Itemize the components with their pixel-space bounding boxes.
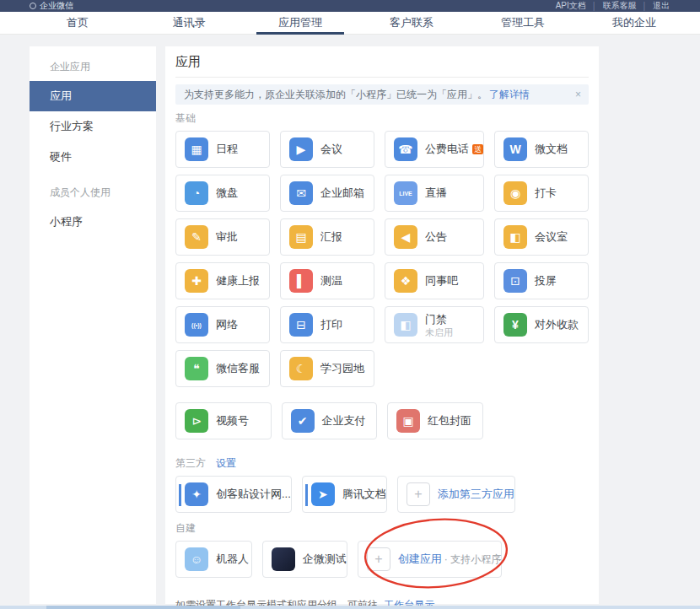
main-content: 应用 为支持更多能力，原企业关联添加的「小程序」已统一为「应用」。 了解详情 ×… [165,46,599,604]
app-tile-approval[interactable]: ✎ 审批 [175,218,270,256]
app-tile-add-third-party[interactable]: + 添加第三方应用 [397,476,515,513]
wecom-logo[interactable]: 企业微信 [30,0,73,12]
app-tile-announcement[interactable]: ◀ 公告 [385,218,484,256]
app-tile-learning[interactable]: ☾ 学习园地 [280,350,374,387]
app-name: 同事吧 [425,273,458,288]
red-packet-icon: ▣ [396,409,420,433]
bottom-scrollbar-track[interactable] [0,606,700,609]
app-name: 微盘 [216,186,238,201]
topbar-link-divider: │ [642,2,647,10]
app-tile-report[interactable]: ▤ 汇报 [280,218,374,256]
bottom-scrollbar-thumb[interactable] [46,606,240,609]
colleagues-icon: ❖ [394,269,417,293]
topbar-links: API文档│联系客服│退出 [556,0,670,12]
app-tile-door-access[interactable]: ◧ 门禁 未启用 [385,306,484,343]
section-header: 自建 [175,521,589,536]
app-tile-temperature[interactable]: ▌ 测温 [280,262,374,299]
channels-video-icon: ⊳ [185,409,208,433]
app-name: 学习园地 [320,361,364,376]
topbar: 企业微信 API文档│联系客服│退出 [0,0,700,12]
nav-item-contacts[interactable]: 通讯录 [133,12,245,34]
app-tile-network[interactable]: ((•)) 网络 [175,306,270,343]
app-name: 企业邮箱 [320,186,364,201]
app-tile-print[interactable]: ⊟ 打印 [280,306,374,343]
wifi-network-icon: ((•)) [185,313,208,337]
app-name: 打印 [320,317,342,332]
app-tile-health-report[interactable]: ✚ 健康上报 [175,262,270,299]
app-section: 第三方设置 ✦ 创客贴设计网... ➤ 腾讯文档 + 添加第三方应用 [175,456,589,513]
app-tile-wechat-service[interactable]: ❝ 微信客服 [175,350,270,387]
app-mark [305,484,308,506]
app-tile-wecom-test[interactable]: 企微测试 [262,541,347,578]
app-tile-collect-payment[interactable]: ¥ 对外收款 [494,306,589,343]
checkin-pin-icon: ◉ [503,181,527,205]
app-name: 审批 [216,229,238,245]
app-name: 红包封面 [428,413,471,428]
robot-icon: ☺ [185,547,208,571]
nav-item-app-management[interactable]: 应用管理 [245,12,356,34]
app-name: 创客贴设计网... [216,487,291,502]
video-meeting-icon: ▶ [289,137,313,161]
app-name: 会议室 [535,229,568,245]
app-name: 腾讯文档 [342,487,386,502]
notice-learn-more-link[interactable]: 了解详情 [489,88,530,102]
page-title: 应用 [175,46,589,78]
app-section: 基础 ▦ 日程 ▶ 会议 ☎ 公费电话 送 W 微文档 ◔ 微盘 ✉ 企业邮箱 … [175,111,589,387]
topbar-link-api-docs[interactable]: API文档 [556,0,586,12]
payment-yuan-icon: ¥ [503,313,527,337]
notice-text: 为支持更多能力，原企业关联添加的「小程序」已统一为「应用」。 [184,88,487,102]
app-name: 视频号 [216,413,249,428]
sidebar-item-hardware[interactable]: 硬件 [30,142,156,172]
app-grid: ▦ 日程 ▶ 会议 ☎ 公费电话 送 W 微文档 ◔ 微盘 ✉ 企业邮箱 LIV… [175,131,589,387]
app-name: 网络 [216,317,238,332]
app-tile-wedoc[interactable]: W 微文档 [494,131,589,168]
app-tile-colleagues-bar[interactable]: ❖ 同事吧 [385,262,484,299]
app-tile-screen-cast[interactable]: ⊡ 投屏 [494,262,589,299]
nav-item-customer-contact[interactable]: 客户联系 [356,12,467,34]
section-header: 基础 [175,111,589,126]
sidebar-item-app[interactable]: 应用 [30,81,156,111]
chat-bubble-icon: ❝ [185,357,208,380]
app-status-label: 未启用 [425,327,453,338]
app-name: 门禁 [425,312,453,327]
wecom-logo-text: 企业微信 [40,0,73,12]
app-name: 创建应用 [398,552,442,567]
app-tile-channels[interactable]: ⊳ 视频号 [175,402,272,439]
sidebar-section-label: 成员个人使用 [30,172,156,207]
app-grid: ⊳ 视频号 ✔ 企业支付 ▣ 红包封面 [175,402,589,439]
app-tile-checkin[interactable]: ◉ 打卡 [494,175,589,212]
app-tile-mail[interactable]: ✉ 企业邮箱 [280,175,374,212]
calendar-icon: ▦ [185,137,208,161]
notice-banner: 为支持更多能力，原企业关联添加的「小程序」已统一为「应用」。 了解详情 × [175,84,589,105]
app-tile-tencent-docs[interactable]: ➤ 腾讯文档 [302,476,387,513]
sidebar-item-miniprogram[interactable]: 小程序 [30,207,156,237]
notice-close-icon[interactable]: × [575,88,581,101]
app-tile-wedrive[interactable]: ◔ 微盘 [175,175,270,212]
nav-item-management-tools[interactable]: 管理工具 [467,12,579,34]
section-label: 自建 [175,521,196,536]
app-tile-create-app[interactable]: + 创建应用 · 支持小程序 [358,541,502,578]
app-tile-chuangkit[interactable]: ✦ 创客贴设计网... [175,476,292,513]
app-tile-live[interactable]: LIVE 直播 [385,175,484,212]
app-tile-meeting-room[interactable]: ◧ 会议室 [494,218,589,256]
sidebar-item-industry-solution[interactable]: 行业方案 [30,111,156,142]
app-tile-calendar[interactable]: ▦ 日程 [175,131,270,168]
topbar-link-support[interactable]: 联系客服 [602,0,636,12]
app-name: 添加第三方应用 [438,487,514,502]
app-tile-red-packet[interactable]: ▣ 红包封面 [387,402,483,439]
app-tile-meeting[interactable]: ▶ 会议 [280,131,374,168]
nav-item-home[interactable]: 首页 [22,12,133,34]
topbar-link-logout[interactable]: 退出 [653,0,670,12]
section-settings-link[interactable]: 设置 [216,456,236,471]
topbar-link-divider: │ [592,2,597,10]
app-tile-robot[interactable]: ☺ 机器人 [175,541,252,578]
app-tile-corp-pay[interactable]: ✔ 企业支付 [282,402,378,439]
app-name: 投屏 [535,273,557,288]
sidebar: 企业应用应用行业方案硬件成员个人使用小程序 [30,46,156,604]
app-tile-free-call[interactable]: ☎ 公费电话 送 [385,131,484,168]
live-icon: LIVE [394,181,417,205]
nav-item-my-company[interactable]: 我的企业 [579,12,690,34]
app-name-suffix: · 支持小程序 [444,552,501,567]
report-icon: ▤ [289,225,313,249]
app-name: 对外收款 [535,317,579,332]
